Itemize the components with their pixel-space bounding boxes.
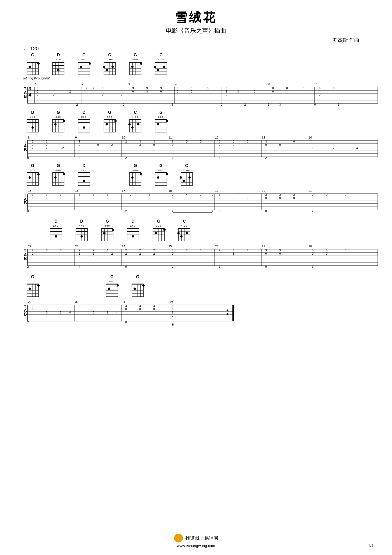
svg-rect-420	[127, 228, 139, 229]
svg-point-409	[112, 229, 114, 231]
svg-text:23: 23	[75, 245, 78, 248]
svg-point-39	[112, 66, 114, 68]
svg-text:2: 2	[46, 143, 47, 146]
section-row-3: G ooo G ooo	[19, 163, 373, 215]
chord-C-5: C x oo	[175, 219, 194, 242]
svg-text:22: 22	[28, 245, 31, 248]
svg-text:0: 0	[190, 90, 192, 93]
svg-text:B: B	[24, 256, 27, 261]
footer-url: www.echangwang.com	[177, 544, 215, 548]
svg-text:2: 2	[32, 143, 33, 146]
tab-staff-3: T A B 15 16 17 18 19 20 21 3	[23, 187, 378, 215]
svg-text:0: 0	[265, 209, 267, 213]
svg-point-262	[29, 176, 31, 179]
svg-text:0: 0	[293, 196, 295, 200]
svg-text:0: 0	[60, 196, 61, 200]
svg-text:3: 3	[29, 86, 31, 92]
svg-point-48	[131, 66, 134, 68]
svg-text:2: 2	[93, 252, 94, 255]
svg-text:0: 0	[160, 90, 162, 93]
svg-text:0: 0	[225, 87, 227, 90]
svg-text:2: 2	[153, 252, 155, 255]
svg-text:0: 0	[211, 193, 213, 197]
svg-rect-315	[181, 172, 192, 173]
svg-text:3: 3	[78, 193, 80, 197]
chord-G-11: G ooo	[98, 219, 117, 242]
svg-point-273	[63, 173, 65, 175]
svg-text:3: 3	[60, 193, 61, 197]
svg-text:1: 1	[35, 82, 37, 86]
svg-text:11: 11	[169, 136, 172, 139]
svg-text:0: 0	[200, 248, 201, 252]
svg-text:3: 3	[139, 304, 141, 308]
svg-text:9: 9	[75, 136, 77, 139]
svg-text:0: 0	[93, 311, 94, 314]
svg-text:3: 3	[279, 103, 281, 106]
svg-text:3: 3	[32, 193, 33, 197]
svg-text:19: 19	[215, 189, 218, 192]
svg-point-312	[180, 176, 182, 179]
chord-C-2: C x oo	[152, 52, 170, 76]
chord-G-10: G ooo	[152, 163, 170, 187]
svg-text:2: 2	[107, 311, 108, 314]
svg-text:3: 3	[293, 193, 295, 197]
svg-text:0: 0	[279, 252, 281, 255]
svg-text:16: 16	[75, 189, 78, 192]
svg-point-439	[180, 235, 183, 238]
svg-text:3: 3	[225, 90, 227, 93]
svg-point-27	[80, 66, 82, 68]
svg-rect-50	[129, 62, 141, 63]
svg-text:13: 13	[262, 136, 265, 139]
svg-text:0: 0	[265, 252, 267, 255]
svg-point-169	[106, 123, 108, 125]
svg-text:0: 0	[172, 196, 173, 200]
svg-text:3: 3	[146, 87, 148, 90]
chord-G-7: G ooo	[23, 163, 42, 187]
svg-text:0: 0	[232, 143, 234, 146]
svg-text:0: 0	[265, 143, 267, 146]
svg-text:30: 30	[75, 300, 78, 304]
svg-point-581	[227, 313, 228, 315]
svg-rect-400	[76, 228, 87, 229]
svg-text:0: 0	[32, 307, 33, 311]
svg-text:0: 0	[279, 196, 281, 200]
svg-text:0: 0	[272, 90, 274, 93]
svg-point-515	[29, 288, 31, 290]
svg-text:2: 2	[125, 252, 127, 255]
svg-text:31: 31	[122, 300, 125, 304]
main-title: 雪绒花	[19, 9, 373, 26]
svg-text:3: 3	[265, 248, 267, 252]
svg-text:2: 2	[265, 156, 267, 160]
svg-text:0: 0	[186, 140, 187, 143]
svg-point-170	[114, 120, 117, 122]
svg-text:3: 3	[102, 87, 103, 90]
svg-rect-418	[127, 231, 139, 232]
svg-text:B: B	[24, 94, 27, 99]
svg-text:4: 4	[116, 311, 117, 314]
svg-rect-182	[129, 119, 141, 120]
svg-text:0: 0	[27, 156, 29, 160]
svg-text:4: 4	[78, 265, 80, 268]
svg-text:4: 4	[69, 311, 71, 314]
chord-D-4: D xxo	[75, 163, 93, 187]
svg-text:3: 3	[139, 143, 141, 146]
svg-text:20: 20	[262, 189, 265, 192]
svg-point-302	[157, 176, 159, 179]
svg-text:32: 32	[169, 300, 172, 304]
chord-D-6: D xxo	[72, 219, 91, 242]
svg-text:2: 2	[32, 248, 33, 252]
svg-text:2: 2	[93, 255, 94, 259]
svg-text:2: 2	[153, 248, 155, 252]
svg-text:0: 0	[253, 90, 255, 93]
svg-text:2: 2	[78, 156, 80, 160]
svg-rect-284	[78, 172, 90, 173]
svg-text:2: 2	[69, 90, 71, 93]
svg-text:0: 0	[326, 193, 327, 197]
svg-point-272	[54, 176, 57, 179]
svg-text:2: 2	[93, 248, 94, 252]
svg-text:27: 27	[262, 245, 265, 248]
svg-text:0: 0	[344, 248, 346, 252]
svg-text:3: 3	[125, 304, 127, 308]
svg-text:2: 2	[139, 248, 141, 252]
svg-text:3: 3	[153, 140, 155, 143]
